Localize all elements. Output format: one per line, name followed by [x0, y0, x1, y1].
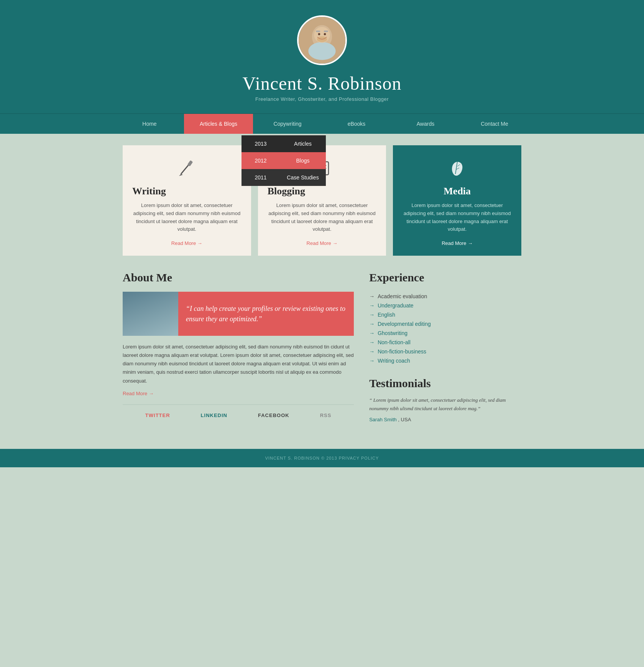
about-section: About Me “I can help create your profile…	[123, 271, 354, 426]
experience-title: Experience	[369, 271, 521, 284]
dropdown-type-col: Articles Blogs Case Studies	[280, 135, 326, 186]
blogging-title: Blogging	[268, 186, 377, 197]
nav-home[interactable]: Home	[115, 114, 184, 134]
exp-item-undergraduate[interactable]: → Undergraduate	[369, 301, 521, 310]
exp-item-writing-coach[interactable]: → Writing coach	[369, 356, 521, 365]
testimonial-location: USA	[401, 417, 411, 422]
testimonial-text: “ Lorem ipsum dolor sit amet, consectetu…	[369, 396, 521, 413]
exp-item-dev-editing[interactable]: → Developmental editing	[369, 319, 521, 329]
nav-dropdown: 2013 2012 2011 Articles Blogs Case Studi…	[242, 135, 326, 186]
exp-item-nonfiction-all[interactable]: → Non-fiction-all	[369, 338, 521, 347]
social-twitter[interactable]: TWITTER	[145, 412, 170, 418]
svg-point-5	[318, 33, 320, 35]
about-title: About Me	[123, 271, 354, 284]
two-col-section: About Me “I can help create your profile…	[123, 271, 521, 426]
blogging-text: Lorem ipsum dolor sit amet, consectetuer…	[268, 202, 377, 233]
nav-copywriting[interactable]: Copywriting	[253, 114, 322, 134]
about-read-more[interactable]: Read More →	[123, 391, 154, 396]
media-title: Media	[402, 186, 512, 197]
writing-text: Lorem ipsum dolor sit amet, consectetuer…	[132, 202, 242, 233]
avatar	[297, 15, 347, 65]
site-header: Vincent S. Robinson Freelance Writer, Gh…	[0, 0, 644, 113]
main-nav: Home Articles & Blogs Copywriting eBooks…	[0, 113, 644, 134]
leaf-icon	[446, 157, 469, 180]
dd-case-studies[interactable]: Case Studies	[280, 169, 326, 186]
site-subtitle: Freelance Writer, Ghostwriter, and Profe…	[0, 96, 644, 102]
writing-title: Writing	[132, 186, 242, 197]
exp-item-ghostwriting[interactable]: → Ghostwriting	[369, 329, 521, 338]
about-body-text: Lorem ipsum dolor sit amet, consectetuer…	[123, 343, 354, 385]
nav-awards[interactable]: Awards	[391, 114, 460, 134]
nav-contact[interactable]: Contact Me	[460, 114, 529, 134]
dd-year-2013[interactable]: 2013	[242, 135, 280, 152]
svg-point-2	[308, 42, 335, 60]
svg-point-6	[324, 33, 326, 35]
dropdown-year-col: 2013 2012 2011	[242, 135, 280, 186]
experience-list: → Academic evaluation → Undergraduate → …	[369, 292, 521, 365]
media-read-more[interactable]: Read More →	[402, 240, 512, 246]
blogging-read-more[interactable]: Read More →	[268, 240, 377, 246]
right-col: Experience → Academic evaluation → Under…	[369, 271, 521, 426]
testimonials-title: Testimonials	[369, 377, 521, 390]
exp-item-nonfiction-biz[interactable]: → Non-fiction-business	[369, 347, 521, 356]
dd-blogs[interactable]: Blogs	[280, 152, 326, 169]
dd-year-2012[interactable]: 2012	[242, 152, 280, 169]
about-quote: “I can help create your profiles or revi…	[178, 292, 354, 336]
site-footer: VINCENT S. ROBINSON © 2013 PRIVACY POLIC…	[0, 449, 644, 467]
writing-read-more[interactable]: Read More →	[132, 240, 242, 246]
site-name: Vincent S. Robinson	[0, 73, 644, 94]
svg-rect-8	[324, 31, 328, 32]
testimonial-author-link[interactable]: Sarah Smith	[369, 417, 397, 422]
card-media: Media Lorem ipsum dolor sit amet, consec…	[393, 145, 521, 256]
nav-articles-blogs[interactable]: Articles & Blogs	[184, 114, 253, 134]
exp-item-academic: → Academic evaluation	[369, 292, 521, 301]
pen-icon	[175, 157, 198, 180]
svg-rect-7	[316, 31, 320, 32]
nav-inner: Home Articles & Blogs Copywriting eBooks…	[115, 114, 529, 134]
dd-year-2011[interactable]: 2011	[242, 169, 280, 186]
social-rss[interactable]: RSS	[320, 412, 332, 418]
avatar-image	[299, 17, 345, 64]
social-facebook[interactable]: FACEBOOK	[258, 412, 289, 418]
testimonial-author: Sarah Smith , USA	[369, 417, 521, 422]
card-writing: Writing Lorem ipsum dolor sit amet, cons…	[123, 145, 251, 256]
footer-text: VINCENT S. ROBINSON © 2013 PRIVACY POLIC…	[265, 456, 379, 460]
exp-item-english[interactable]: → English	[369, 310, 521, 319]
about-img-quote: “I can help create your profiles or revi…	[123, 292, 354, 336]
about-photo	[123, 292, 178, 336]
media-text: Lorem ipsum dolor sit amet, consectetuer…	[402, 202, 512, 233]
social-linkedin[interactable]: LINKEDIN	[201, 412, 227, 418]
dd-articles[interactable]: Articles	[280, 135, 326, 152]
nav-ebooks[interactable]: eBooks	[322, 114, 391, 134]
social-bar: TWITTER LINKEDIN FACEBOOK RSS	[123, 404, 354, 426]
